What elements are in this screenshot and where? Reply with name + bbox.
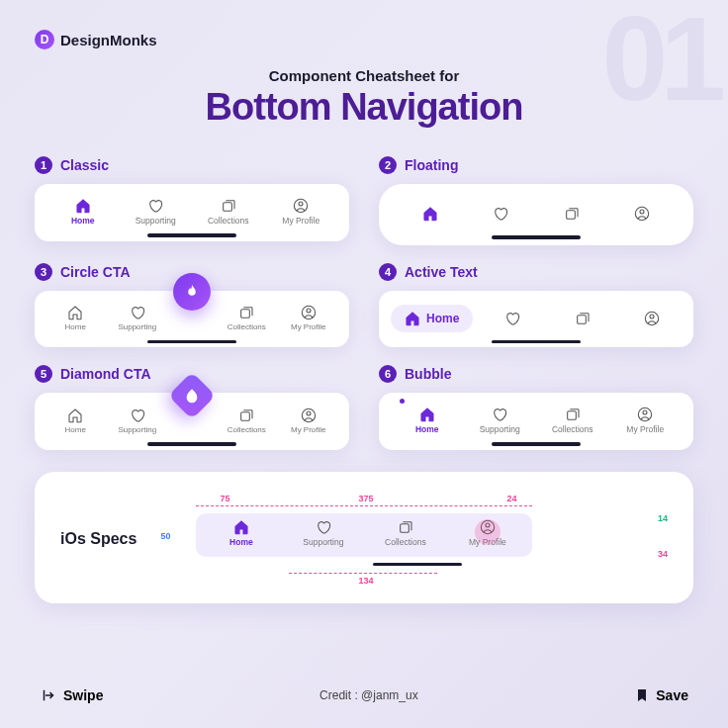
collections-icon xyxy=(564,206,580,222)
nav-supporting[interactable] xyxy=(466,206,537,222)
badge-3: 3 xyxy=(35,263,52,281)
nav-home[interactable]: Home xyxy=(200,519,282,551)
section-title-classic: Classic xyxy=(60,157,109,173)
profile-icon xyxy=(301,305,317,320)
dim-w4: 134 xyxy=(358,576,373,586)
nav-label: My Profile xyxy=(282,216,319,226)
nav-home[interactable]: Home xyxy=(391,407,464,434)
navbar-diamond-cta: Home Supporting Collections My Profile xyxy=(35,393,349,450)
nav-label: My Profile xyxy=(291,322,326,331)
nav-collections[interactable]: Collections xyxy=(192,198,265,226)
nav-supporting[interactable]: Supporting xyxy=(464,407,537,434)
dim-h2: 14 xyxy=(658,513,668,523)
nav-label: Home xyxy=(65,425,86,434)
svg-rect-9 xyxy=(577,315,586,323)
badge-4: 4 xyxy=(379,263,397,281)
nav-profile[interactable]: My Profile xyxy=(265,198,338,226)
home-icon xyxy=(67,408,83,423)
section-title-circle: Circle CTA xyxy=(60,264,131,280)
home-indicator xyxy=(147,340,236,344)
section-bubble: 6 Bubble Home Supporting Collections My … xyxy=(379,365,693,450)
specs-navbar: Home Supporting Collections My Profile xyxy=(196,513,532,557)
nav-label: Home xyxy=(71,216,95,226)
cta-button-circle[interactable] xyxy=(173,273,211,311)
navbar-bubble: Home Supporting Collections My Profile xyxy=(379,393,693,450)
svg-rect-18 xyxy=(401,523,410,532)
nav-label: Supporting xyxy=(303,537,343,547)
home-indicator xyxy=(492,340,581,344)
heart-icon xyxy=(130,305,145,320)
brand: D DesignMonks xyxy=(35,30,693,49)
svg-point-8 xyxy=(307,309,311,313)
heart-icon xyxy=(147,198,163,214)
badge-2: 2 xyxy=(379,156,397,174)
nav-label: Supporting xyxy=(136,216,176,226)
navbar-floating xyxy=(379,184,693,245)
nav-home-pill[interactable]: Home xyxy=(391,305,473,332)
home-indicator xyxy=(147,233,236,237)
home-indicator xyxy=(147,442,236,446)
specs-diagram: 75 375 24 50 14 34 134 Home Supporting C… xyxy=(160,494,668,587)
nav-profile[interactable] xyxy=(622,311,682,326)
page-title: Bottom Navigation xyxy=(35,86,693,129)
heart-icon xyxy=(493,206,508,222)
nav-profile[interactable]: My Profile xyxy=(280,408,338,434)
section-classic: 1 Classic Home Supporting Collections xyxy=(35,156,349,245)
nav-collections[interactable] xyxy=(536,206,607,222)
nav-label: My Profile xyxy=(626,424,664,434)
nav-supporting[interactable]: Supporting xyxy=(120,198,193,226)
heart-icon xyxy=(504,311,520,326)
badge-6: 6 xyxy=(379,365,397,383)
nav-profile[interactable]: My Profile xyxy=(280,305,338,331)
credit-text: Credit : @janm_ux xyxy=(319,688,418,702)
nav-collections[interactable]: Collections xyxy=(536,407,609,434)
specs-title: iOs Specs xyxy=(60,530,136,548)
save-action[interactable]: Save xyxy=(634,687,688,703)
swipe-action[interactable]: Swipe xyxy=(40,686,103,704)
nav-label: Collections xyxy=(208,216,249,226)
nav-label: Supporting xyxy=(480,424,520,434)
home-icon xyxy=(405,311,420,326)
bubble-indicator xyxy=(400,399,405,404)
svg-rect-12 xyxy=(241,411,250,420)
nav-collections[interactable]: Collections xyxy=(364,519,446,551)
collections-icon xyxy=(221,198,236,214)
nav-collections[interactable] xyxy=(553,311,612,326)
nav-collections[interactable]: Collections xyxy=(218,305,276,331)
nav-home[interactable]: Home xyxy=(46,305,105,331)
subtitle: Component Cheatsheet for xyxy=(35,67,693,84)
collections-icon xyxy=(238,305,254,320)
profile-icon xyxy=(634,206,650,222)
nav-supporting[interactable]: Supporting xyxy=(109,305,167,331)
svg-point-17 xyxy=(643,410,647,414)
navbar-classic: Home Supporting Collections My Profile xyxy=(35,184,349,241)
nav-label: Home xyxy=(229,537,253,547)
navbar-circle-cta: Home Supporting Collections My Profile xyxy=(35,291,349,348)
nav-label: Home xyxy=(415,424,439,434)
nav-supporting[interactable]: Supporting xyxy=(282,519,364,551)
nav-profile[interactable]: My Profile xyxy=(446,519,528,551)
svg-rect-0 xyxy=(223,203,231,212)
nav-supporting[interactable] xyxy=(483,311,542,326)
home-icon xyxy=(419,407,435,422)
collections-icon xyxy=(565,407,581,422)
svg-point-11 xyxy=(650,315,654,318)
collections-icon xyxy=(398,519,413,535)
dim-h1: 50 xyxy=(160,531,170,541)
nav-home[interactable] xyxy=(395,206,466,222)
section-title-bubble: Bubble xyxy=(405,366,451,382)
nav-home[interactable]: Home xyxy=(46,198,120,226)
heart-icon xyxy=(492,407,507,422)
profile-icon xyxy=(480,519,496,535)
nav-profile[interactable]: My Profile xyxy=(609,407,682,434)
nav-collections[interactable]: Collections xyxy=(218,408,276,434)
nav-home[interactable]: Home xyxy=(46,408,105,434)
svg-rect-6 xyxy=(241,310,250,318)
svg-point-20 xyxy=(486,523,490,527)
nav-label: My Profile xyxy=(291,425,326,434)
nav-profile[interactable] xyxy=(607,206,679,222)
svg-point-5 xyxy=(640,210,644,214)
nav-supporting[interactable]: Supporting xyxy=(109,408,167,434)
dim-w1: 75 xyxy=(220,494,229,503)
bookmark-icon xyxy=(634,687,650,703)
